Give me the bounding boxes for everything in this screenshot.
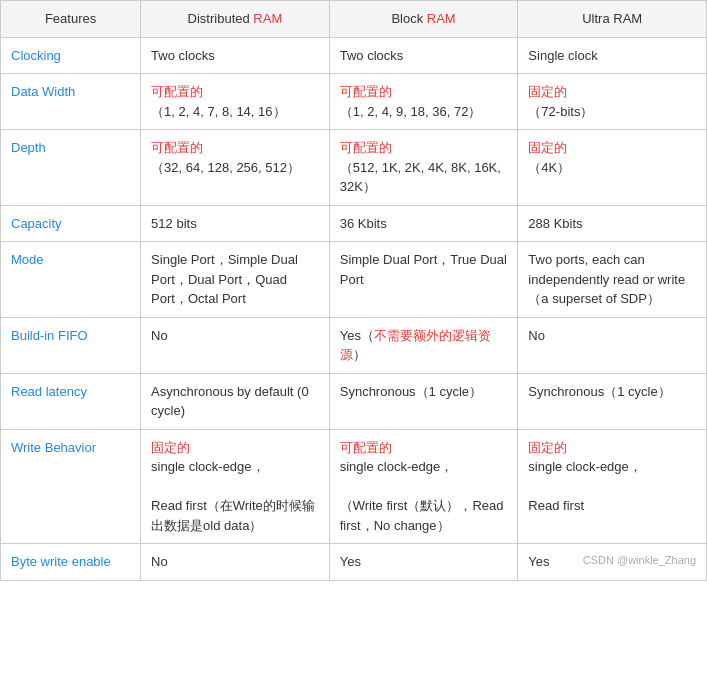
wb-ultra-zh: 固定的	[528, 440, 567, 455]
row-capacity: Capacity 512 bits 36 Kbits 288 Kbits	[1, 205, 707, 242]
latency-ultra: Synchronous（1 cycle）	[518, 373, 707, 429]
feature-datawidth: Data Width	[1, 74, 141, 130]
datawidth-ultra: 固定的 （72-bits）	[518, 74, 707, 130]
header-distributed: Distributed RAM	[141, 1, 330, 38]
fifo-ultra: No	[518, 317, 707, 373]
wb-ultra: 固定的 single clock-edge， Read first	[518, 429, 707, 544]
feature-write-behavior: Write Behavior	[1, 429, 141, 544]
row-fifo: Build-in FIFO No Yes（不需要额外的逻辑资源） No	[1, 317, 707, 373]
datawidth-block: 可配置的 （1, 2, 4, 9, 18, 36, 72）	[329, 74, 518, 130]
header-block-highlight: RAM	[427, 11, 456, 26]
header-ultra: Ultra RAM	[518, 1, 707, 38]
dep-dist-zh: 可配置的	[151, 140, 203, 155]
dep-block-en: （512, 1K, 2K, 4K, 8K, 16K, 32K）	[340, 160, 501, 195]
feature-mode: Mode	[1, 242, 141, 318]
header-distributed-text: Distributed	[188, 11, 254, 26]
feature-capacity: Capacity	[1, 205, 141, 242]
bw-distributed: No	[141, 544, 330, 581]
wb-ultra-extra: Read first	[528, 498, 584, 513]
clocking-ultra: Single clock	[518, 37, 707, 74]
wb-distributed: 固定的 single clock-edge， Read first（在Write…	[141, 429, 330, 544]
fifo-block-text: Yes（	[340, 328, 374, 343]
header-features: Features	[1, 1, 141, 38]
latency-distributed: Asynchronous by default (0 cycle)	[141, 373, 330, 429]
wb-block-en: single clock-edge，	[340, 459, 453, 474]
dep-ultra-zh: 固定的	[528, 140, 567, 155]
depth-ultra: 固定的 （4K）	[518, 130, 707, 206]
wb-dist-zh: 固定的	[151, 440, 190, 455]
feature-depth: Depth	[1, 130, 141, 206]
row-byte-write: Byte write enable No Yes Yes CSDN @winkl…	[1, 544, 707, 581]
feature-fifo: Build-in FIFO	[1, 317, 141, 373]
capacity-distributed: 512 bits	[141, 205, 330, 242]
feature-clocking: Clocking	[1, 37, 141, 74]
dep-ultra-en: （4K）	[528, 160, 570, 175]
dep-block-zh: 可配置的	[340, 140, 392, 155]
header-block: Block RAM	[329, 1, 518, 38]
wb-block-zh: 可配置的	[340, 440, 392, 455]
wb-dist-extra: Read first（在Write的时候输出数据是old data）	[151, 498, 315, 533]
mode-ultra: Two ports, each can independently read o…	[518, 242, 707, 318]
dw-ultra-zh: 固定的	[528, 84, 567, 99]
header-block-text: Block	[391, 11, 426, 26]
fifo-block: Yes（不需要额外的逻辑资源）	[329, 317, 518, 373]
row-mode: Mode Single Port，Simple Dual Port，Dual P…	[1, 242, 707, 318]
latency-block: Synchronous（1 cycle）	[329, 373, 518, 429]
mode-distributed: Single Port，Simple Dual Port，Dual Port，Q…	[141, 242, 330, 318]
mode-block: Simple Dual Port，True Dual Port	[329, 242, 518, 318]
wb-block: 可配置的 single clock-edge， （Write first（默认）…	[329, 429, 518, 544]
datawidth-distributed: 可配置的 （1, 2, 4, 7, 8, 14, 16）	[141, 74, 330, 130]
dw-block-zh: 可配置的	[340, 84, 392, 99]
row-datawidth: Data Width 可配置的 （1, 2, 4, 7, 8, 14, 16） …	[1, 74, 707, 130]
row-depth: Depth 可配置的 （32, 64, 128, 256, 512） 可配置的 …	[1, 130, 707, 206]
depth-distributed: 可配置的 （32, 64, 128, 256, 512）	[141, 130, 330, 206]
dep-dist-en: （32, 64, 128, 256, 512）	[151, 160, 300, 175]
feature-byte-write: Byte write enable	[1, 544, 141, 581]
row-write-behavior: Write Behavior 固定的 single clock-edge， Re…	[1, 429, 707, 544]
comparison-table: Features Distributed RAM Block RAM Ultra…	[0, 0, 707, 581]
dw-dist-zh: 可配置的	[151, 84, 203, 99]
bw-ultra: Yes CSDN @winkle_Zhang	[518, 544, 707, 581]
capacity-ultra: 288 Kbits	[518, 205, 707, 242]
clocking-distributed: Two clocks	[141, 37, 330, 74]
header-distributed-highlight: RAM	[253, 11, 282, 26]
wb-dist-en: single clock-edge，	[151, 459, 264, 474]
bw-block: Yes	[329, 544, 518, 581]
wb-ultra-en: single clock-edge，	[528, 459, 641, 474]
dw-block-en: （1, 2, 4, 9, 18, 36, 72）	[340, 104, 482, 119]
feature-read-latency: Read latency	[1, 373, 141, 429]
wb-block-extra: （Write first（默认），Read first，No change）	[340, 498, 504, 533]
dw-dist-en: （1, 2, 4, 7, 8, 14, 16）	[151, 104, 285, 119]
row-read-latency: Read latency Asynchronous by default (0 …	[1, 373, 707, 429]
depth-block: 可配置的 （512, 1K, 2K, 4K, 8K, 16K, 32K）	[329, 130, 518, 206]
watermark-text: CSDN @winkle_Zhang	[583, 552, 696, 569]
dw-ultra-en: （72-bits）	[528, 104, 593, 119]
clocking-block: Two clocks	[329, 37, 518, 74]
row-clocking: Clocking Two clocks Two clocks Single cl…	[1, 37, 707, 74]
fifo-distributed: No	[141, 317, 330, 373]
bw-ultra-yes: Yes	[528, 554, 549, 569]
capacity-block: 36 Kbits	[329, 205, 518, 242]
